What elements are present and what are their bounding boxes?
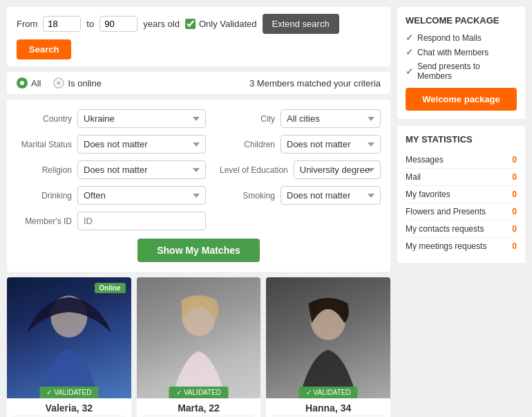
children-select[interactable]: Does not matter (281, 135, 381, 154)
stats-count-flowers: 0 (512, 207, 517, 216)
member-name: Hanna, 34 (272, 402, 385, 414)
welcome-item-3: ✓ Send presents to Members (406, 62, 517, 81)
memberid-label: Member's ID (17, 216, 72, 226)
online-badge: Online (95, 283, 126, 293)
drinking-select[interactable]: Often (77, 186, 206, 205)
stats-count-mail: 0 (512, 172, 517, 182)
religion-select[interactable]: Does not matter (77, 160, 206, 179)
age-to-input[interactable] (99, 16, 137, 32)
stats-row-contacts: My contacts requests 0 (406, 221, 517, 238)
validated-text: VALIDATED (54, 389, 91, 396)
member-info: Marta, 22 🖼 2 photos | ▶ 0 videos (137, 398, 261, 417)
validated-badge: ✓ VALIDATED (169, 387, 228, 398)
years-label: years old (143, 19, 180, 29)
check-icon-3: ✓ (406, 66, 413, 77)
marital-label: Marital Status (17, 140, 72, 149)
memberid-input[interactable] (77, 212, 206, 230)
stats-row-flowers: Flowers and Presents 0 (406, 203, 517, 221)
stats-count-meetings: 0 (512, 241, 517, 251)
country-label: Country (17, 114, 72, 124)
stats-row-messages: Messages 0 (406, 151, 517, 169)
city-filter-row: City All cities (220, 109, 381, 128)
children-label: Children (220, 140, 275, 149)
welcome-item-label-3: Send presents to Members (417, 62, 517, 81)
check-icon-2: ✓ (406, 47, 413, 57)
stats-label-meetings: My meetings requests (406, 241, 486, 251)
member-card[interactable]: ✓ VALIDATED Hanna, 34 🖼 25 photos | ▶ (266, 277, 390, 417)
marital-filter-row: Marital Status Does not matter (17, 135, 206, 154)
member-photo: Online ✓ VALIDATED (7, 277, 131, 398)
welcome-package-title: WELCOME PACKAGE (406, 15, 517, 26)
my-statistics-panel: MY STATISTICS Messages 0 Mail 0 My favor… (397, 126, 525, 263)
education-label: Level of Education (220, 165, 288, 175)
from-label: From (17, 19, 37, 29)
stats-count-contacts: 0 (512, 224, 517, 234)
welcome-item-1: ✓ Respond to Mails (406, 33, 517, 43)
stats-label-favorites: My favorites (406, 189, 450, 199)
stats-count-favorites: 0 (512, 189, 517, 199)
marital-select[interactable]: Does not matter (77, 135, 206, 154)
all-label: All (31, 78, 41, 89)
stats-row-mail: Mail 0 (406, 169, 517, 186)
welcome-item-label-1: Respond to Mails (417, 33, 482, 43)
city-select[interactable]: All cities (281, 109, 381, 128)
only-validated-checkbox[interactable] (185, 19, 196, 29)
online-label: Is online (68, 78, 101, 89)
welcome-item-2: ✓ Chat with Members (406, 47, 517, 57)
smoking-select[interactable]: Does not matter (281, 186, 381, 205)
country-filter-row: Country Ukraine (17, 109, 206, 128)
to-label: to (86, 19, 94, 29)
stats-row-meetings: My meetings requests 0 (406, 238, 517, 254)
age-from-input[interactable] (43, 16, 81, 32)
stats-label-contacts: My contacts requests (406, 224, 484, 234)
city-label: City (220, 114, 275, 124)
search-bar: From to years old Only Validated Extend … (7, 7, 390, 66)
validated-check-icon: ✓ (46, 389, 52, 396)
stats-row-favorites: My favorites 0 (406, 186, 517, 203)
drinking-label: Drinking (17, 191, 72, 201)
stats-count-messages: 0 (512, 155, 517, 165)
filter-panel: Country Ukraine City All cities Marital … (7, 100, 390, 272)
welcome-package-panel: WELCOME PACKAGE ✓ Respond to Mails ✓ Cha… (397, 7, 525, 119)
children-filter-row: Children Does not matter (220, 135, 381, 154)
country-select[interactable]: Ukraine (77, 109, 206, 128)
all-radio[interactable]: All (17, 77, 41, 89)
online-radio[interactable]: Is online (53, 77, 101, 89)
drinking-filter-row: Drinking Often (17, 186, 206, 205)
member-card[interactable]: ✓ VALIDATED Marta, 22 🖼 2 photos | ▶ (137, 277, 261, 417)
validated-badge: ✓ VALIDATED (299, 387, 358, 398)
all-radio-circle (17, 77, 28, 89)
validated-text: VALIDATED (314, 389, 351, 396)
check-icon-1: ✓ (406, 33, 413, 43)
my-statistics-title: MY STATISTICS (406, 134, 517, 145)
show-matches-button[interactable]: Show My Matches (137, 239, 260, 262)
member-photo: ✓ VALIDATED (266, 277, 390, 398)
education-select[interactable]: University degree (294, 160, 381, 179)
member-photo: ✓ VALIDATED (137, 277, 261, 398)
member-name: Marta, 22 (142, 402, 256, 414)
religion-label: Religion (17, 165, 72, 175)
search-button[interactable]: Search (17, 39, 71, 59)
education-filter-row: Level of Education University degree (220, 160, 381, 179)
members-grid: Online ✓ VALIDATED Valeria, 32 🖼 10 phot… (7, 277, 390, 417)
stats-label-flowers: Flowers and Presents (406, 207, 486, 216)
member-name: Valeria, 32 (12, 402, 126, 414)
smoking-label: Smoking (220, 191, 275, 201)
only-validated-option[interactable]: Only Validated (185, 19, 257, 29)
member-card[interactable]: Online ✓ VALIDATED Valeria, 32 🖼 10 phot… (7, 277, 131, 417)
validated-badge: ✓ VALIDATED (39, 387, 98, 398)
member-info: Valeria, 32 🖼 10 photos | ▶ 0 videos (7, 398, 131, 417)
stats-label-messages: Messages (406, 155, 444, 165)
member-info: Hanna, 34 🖼 25 photos | ▶ 0 videos (266, 398, 390, 417)
right-panel: WELCOME PACKAGE ✓ Respond to Mails ✓ Cha… (397, 7, 525, 417)
stats-label-mail: Mail (406, 172, 421, 182)
validated-check-icon: ✓ (306, 389, 312, 396)
religion-filter-row: Religion Does not matter (17, 160, 206, 179)
smoking-filter-row: Smoking Does not matter (220, 186, 381, 205)
online-radio-circle (53, 77, 64, 89)
validated-text: VALIDATED (184, 389, 221, 396)
extend-search-button[interactable]: Extend search (263, 14, 339, 34)
filter-radio-row: All Is online 3 Members matched your cri… (7, 72, 390, 94)
welcome-item-label-2: Chat with Members (417, 48, 488, 57)
welcome-package-button[interactable]: Welcome package (406, 88, 517, 111)
